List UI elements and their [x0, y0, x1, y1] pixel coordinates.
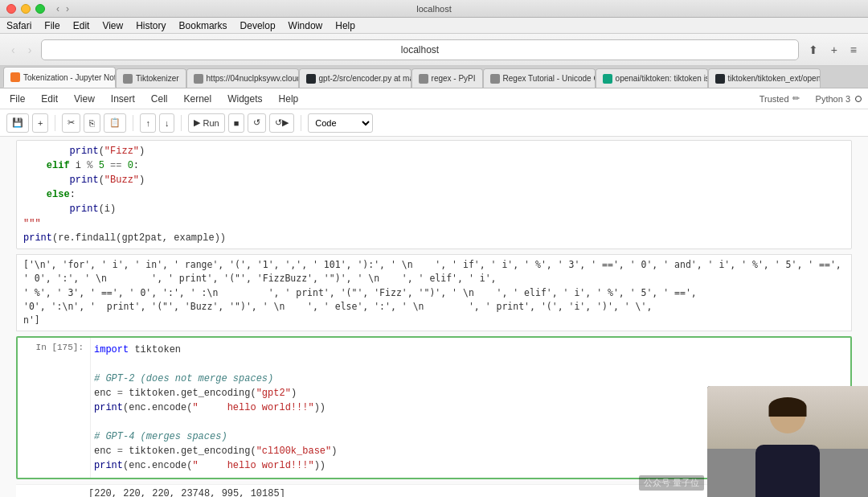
toolbar-separator-2 — [133, 115, 133, 131]
trusted-label: Trusted — [760, 94, 789, 104]
tab-favicon-github1 — [306, 74, 316, 84]
toolbar-separator-1 — [55, 115, 55, 131]
menu-window[interactable]: Window — [289, 20, 323, 31]
webcam-person — [707, 386, 868, 497]
menu-file[interactable]: File — [44, 20, 59, 31]
jupyter-menu-file[interactable]: File — [6, 92, 28, 106]
tab-label-openai: openai/tiktoken: tiktoken is a fa... — [616, 74, 708, 83]
tab-label-cloud: https://04nuclpksywv.cloudfro... — [207, 74, 299, 83]
cell-prompt-175: In [175]: — [18, 338, 90, 478]
close-button[interactable] — [6, 4, 16, 14]
move-up-button[interactable]: ↑ — [140, 113, 156, 133]
run-button[interactable]: ▶ Run — [188, 113, 224, 133]
watermark-text: 公众号 量子位 — [644, 478, 699, 487]
prev-code-cell: print("Fizz") elif i % 5 == 0: print("Bu… — [16, 140, 852, 249]
maximize-button[interactable] — [35, 4, 45, 14]
notebook-area: print("Fizz") elif i % 5 == 0: print("Bu… — [0, 137, 868, 497]
window-nav: ‹ › — [55, 3, 71, 14]
safari-menu-bar: Safari File Edit View History Bookmarks … — [0, 18, 868, 34]
tab-regex-tutorial[interactable]: Regex Tutorial - Unicode Chara... — [483, 68, 596, 88]
jupyter-menu-view[interactable]: View — [71, 92, 98, 106]
watermark: 公众号 量子位 — [639, 475, 704, 491]
menu-help[interactable]: Help — [335, 20, 355, 31]
tab-label-tiktoken-ext: tiktoken/tiktoken_ext/openai_p... — [728, 74, 821, 83]
move-down-button[interactable]: ↓ — [159, 113, 175, 133]
add-cell-button[interactable]: + — [32, 113, 48, 133]
tab-label-tiktoken: Tiktokenizer — [136, 74, 179, 83]
cut-button[interactable]: ✂ — [62, 113, 80, 133]
address-bar[interactable]: localhost — [41, 39, 798, 60]
restart-run-button[interactable]: ↺▶ — [269, 113, 294, 133]
address-text: localhost — [401, 44, 439, 55]
menu-bookmarks[interactable]: Bookmarks — [179, 20, 227, 31]
jupyter-menu-help[interactable]: Help — [276, 92, 302, 106]
run-label: Run — [203, 118, 219, 128]
tab-cloud[interactable]: https://04nuclpksywv.cloudfro... — [186, 68, 299, 88]
new-tab-button[interactable]: + — [828, 42, 841, 58]
minimize-button[interactable] — [21, 4, 31, 14]
tab-favicon-tiktoken — [123, 74, 133, 84]
jupyter-trusted-indicator: Trusted ✏ — [760, 93, 800, 104]
tab-regex[interactable]: regex - PyPI — [411, 68, 483, 88]
prev-output-text: ['\n', 'for', ' i', ' in', ' range', '('… — [23, 258, 845, 327]
jupyter-toolbar: 💾 + ✂ ⎘ 📋 ↑ ↓ ▶ Run ■ ↺ ↺▶ Code Markdown… — [0, 109, 868, 137]
interrupt-button[interactable]: ■ — [228, 113, 245, 133]
jupyter-menu-kernel[interactable]: Kernel — [181, 92, 215, 106]
tab-favicon-github2 — [715, 74, 725, 84]
share-button[interactable]: ⬆ — [805, 42, 821, 58]
tab-tiktoken-ext[interactable]: tiktoken/tiktoken_ext/openai_p... — [708, 68, 821, 88]
menu-develop[interactable]: Develop — [240, 20, 276, 31]
kernel-label: Python 3 — [816, 94, 850, 104]
traffic-lights — [6, 4, 45, 14]
menu-safari[interactable]: Safari — [6, 20, 31, 31]
jupyter-menu-bar: File Edit View Insert Cell Kernel Widget… — [0, 88, 868, 109]
save-icon: 💾 — [12, 117, 23, 128]
tab-openai-tiktoken[interactable]: openai/tiktoken: tiktoken is a fa... — [596, 68, 708, 88]
jupyter-kernel-indicator: Python 3 — [816, 94, 862, 104]
person-hair — [769, 397, 807, 417]
toolbar-right-icons: ⬆ + ≡ — [805, 42, 860, 58]
person-body — [755, 445, 820, 497]
browser-tabs: Tokenization - Jupyter Notebook Tiktoken… — [0, 66, 868, 88]
kernel-circle-icon — [855, 96, 862, 102]
tab-favicon-openai — [603, 74, 612, 84]
prev-code-content: print("Fizz") elif i % 5 == 0: print("Bu… — [17, 141, 851, 249]
tab-favicon-jupyter — [10, 72, 20, 82]
window-title: localhost — [416, 4, 451, 14]
restart-button[interactable]: ↺ — [248, 113, 266, 133]
jupyter-menu-widgets[interactable]: Widgets — [224, 92, 265, 106]
webcam-overlay — [707, 386, 868, 497]
copy-button[interactable]: ⎘ — [84, 113, 100, 133]
jupyter-menu-cell[interactable]: Cell — [148, 92, 171, 106]
tab-label-regex-tutorial: Regex Tutorial - Unicode Chara... — [503, 74, 596, 83]
nav-back-button[interactable]: ‹ — [55, 3, 61, 14]
forward-button[interactable]: › — [25, 42, 35, 58]
tab-label-tokenization: Tokenization - Jupyter Notebook — [23, 73, 116, 82]
jupyter-menu-insert[interactable]: Insert — [108, 92, 138, 106]
prev-cell-output: ['\n', 'for', ' i', ' in', ' range', '('… — [16, 254, 852, 331]
run-icon: ▶ — [194, 117, 200, 128]
back-button[interactable]: ‹ — [8, 42, 18, 58]
tab-favicon-cloud — [194, 74, 203, 84]
jupyter-menu-edit[interactable]: Edit — [38, 92, 61, 106]
tab-tiktokenizer[interactable]: Tiktokenizer — [116, 68, 186, 88]
title-bar: ‹ › localhost — [0, 0, 868, 18]
save-button[interactable]: 💾 — [6, 113, 29, 133]
tab-tokenization[interactable]: Tokenization - Jupyter Notebook — [3, 67, 116, 88]
tab-encoder[interactable]: gpt-2/src/encoder.py at master... — [299, 68, 411, 88]
menu-view[interactable]: View — [102, 20, 123, 31]
menu-history[interactable]: History — [136, 20, 166, 31]
tab-label-regex: regex - PyPI — [432, 74, 476, 83]
tab-favicon-regex — [490, 74, 500, 84]
tab-favicon-pypi — [419, 74, 428, 84]
cell-type-select[interactable]: Code Markdown Raw — [308, 113, 373, 133]
toolbar-separator-3 — [181, 115, 182, 131]
sidebar-button[interactable]: ≡ — [847, 42, 860, 58]
safari-toolbar: ‹ › localhost ⬆ + ≡ — [0, 34, 868, 66]
nav-forward-button[interactable]: › — [64, 3, 71, 14]
paste-button[interactable]: 📋 — [104, 113, 126, 133]
edit-icon[interactable]: ✏ — [792, 93, 800, 104]
menu-edit[interactable]: Edit — [73, 20, 90, 31]
jupyter-notebook: File Edit View Insert Cell Kernel Widget… — [0, 88, 868, 497]
toolbar-separator-4 — [301, 115, 301, 131]
